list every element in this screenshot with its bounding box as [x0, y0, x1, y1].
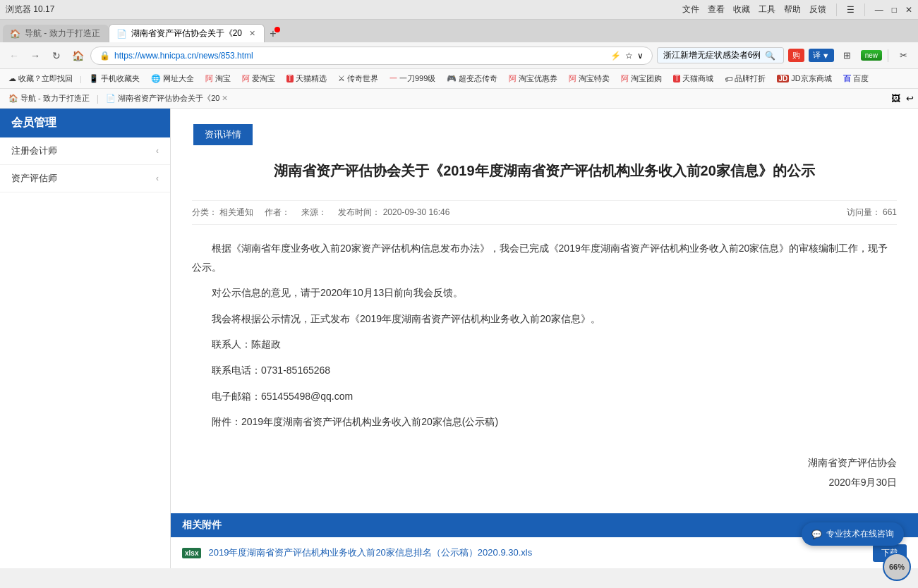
chevron-icon-accountant: ‹	[156, 146, 159, 156]
article-container: 湖南省资产评估协会关于《2019年度湖南省资产评估机构业务收入前20家信息》的公…	[171, 145, 918, 506]
bookmark-group[interactable]: 阿 淘宝团购	[617, 72, 666, 85]
bookmark-legend-label: 传奇世界	[347, 73, 378, 84]
article-tab-close[interactable]: ✕	[222, 94, 228, 103]
nav-article-tab[interactable]: 📄 湖南省资产评估协会关于《20 ✕	[102, 92, 232, 105]
tab-article-icon: 📄	[116, 29, 127, 39]
translate-icon: 译	[813, 50, 821, 61]
bookmark-baidu[interactable]: 百 百度	[839, 72, 873, 85]
chevron-icon-evaluator: ‹	[156, 173, 159, 183]
article-title: 湖南省资产评估协会关于《2019年度湖南省资产评估机构业务收入前20家信息》的公…	[192, 152, 897, 189]
sidebar-item-evaluator[interactable]: 资产评估师 ‹	[0, 165, 170, 192]
body-contact-email: 电子邮箱：651455498@qq.com	[212, 387, 897, 406]
menu-favorites[interactable]: 收藏	[733, 4, 750, 16]
new-feature-button[interactable]: new	[861, 50, 882, 61]
body-para-2: 对公示信息的意见，请于2020年10月13日前向我会反馈。	[192, 283, 897, 302]
bookmark-special[interactable]: 阿 淘宝特卖	[564, 72, 614, 85]
arrow-icon: ☁	[8, 74, 16, 83]
chat-label: 专业技术在线咨询	[826, 528, 894, 540]
shopping-button[interactable]: 购	[788, 49, 804, 62]
bookmark-nav[interactable]: 🌐 网址大全	[147, 72, 198, 85]
forward-button[interactable]: →	[27, 47, 44, 64]
jd-icon: JD	[777, 75, 789, 82]
translate-button[interactable]: 译 ▼	[809, 49, 834, 62]
refresh-button[interactable]: ↻	[48, 47, 65, 64]
menu-tools[interactable]: 工具	[759, 4, 775, 16]
bookmark-tianmao[interactable]: T 天猫精选	[282, 72, 331, 85]
menu-help[interactable]: 帮助	[784, 4, 801, 16]
xlsx-icon: xlsx	[182, 548, 201, 558]
brand-icon: 🏷	[725, 75, 732, 83]
bookmark-knife-label: 一刀999级	[399, 73, 435, 84]
knife-icon: 一	[389, 73, 397, 84]
tab-article-close[interactable]: ✕	[249, 29, 255, 38]
scissors-button[interactable]: ✂	[894, 48, 912, 63]
bookmark-tmall[interactable]: T 天猫商城	[669, 72, 718, 85]
sidebar-item-accountant-label: 注册会计师	[11, 145, 57, 157]
search-icon[interactable]: 🔍	[765, 51, 775, 61]
star-icon[interactable]: ☆	[625, 51, 633, 61]
bookmark-save-arrow[interactable]: ☁ 收藏？立即找回	[4, 72, 77, 85]
browser-menu: 文件 查看 收藏 工具 帮助 反馈 ☰ — □ ✕	[682, 4, 912, 16]
lightning-icon: ⚡	[610, 51, 621, 61]
nav-home-tab[interactable]: 🏠 导航 - 致力于打造正	[4, 92, 94, 105]
menu-feedback[interactable]: 反馈	[809, 4, 826, 16]
article-tab-icon: 📄	[106, 94, 116, 103]
tab-article[interactable]: 📄 湖南省资产评估协会关于《20 ✕	[109, 24, 265, 42]
bookmark-mobile[interactable]: 📱 手机收藏夹	[85, 72, 144, 85]
love-taobao-icon: 阿	[242, 73, 250, 84]
bookmark-save-label: 收藏？立即找回	[18, 73, 73, 84]
visit-count-value: 661	[883, 207, 897, 217]
window-close[interactable]: ✕	[905, 5, 912, 15]
bookmark-knife[interactable]: 一 一刀999级	[385, 72, 440, 85]
tab-home-icon: 🏠	[10, 29, 20, 39]
bookmark-legend[interactable]: ⚔ 传奇世界	[334, 72, 382, 85]
bookmarks-bar: ☁ 收藏？立即找回 | 📱 手机收藏夹 🌐 网址大全 阿 淘宝 阿 爱淘宝 T …	[0, 69, 918, 89]
bookmark-super[interactable]: 🎮 超变态传奇	[442, 72, 502, 85]
article-visit-count: 访问量： 661	[847, 207, 897, 219]
zoom-badge[interactable]: 66%	[883, 553, 911, 581]
address-right-icons: ⚡ ☆ ∨	[610, 51, 644, 61]
article-meta-left: 分类： 相关通知 作者： 来源： 发布时间： 2020-09-30 16:46	[192, 207, 449, 219]
tmall-icon: T	[673, 75, 680, 82]
tianmao-icon: T	[286, 75, 294, 82]
address-input[interactable]: 🔒 https://www.hnicpa.cn/news/853.html ⚡ …	[90, 47, 653, 65]
bookmark-coupon[interactable]: 阿 淘宝优惠券	[505, 72, 562, 85]
toolbar-icon-right1[interactable]: 🖼	[891, 93, 900, 104]
bookmark-love-taobao[interactable]: 阿 爱淘宝	[238, 72, 279, 85]
news-ticker: 浙江新增无症状感染者6例 🔍	[657, 47, 784, 63]
address-bar: ← → ↻ 🏠 🔒 https://www.hnicpa.cn/news/853…	[0, 42, 918, 69]
sidebar: 会员管理 注册会计师 ‹ 资产评估师 ‹	[0, 109, 171, 568]
separator: |	[80, 75, 82, 83]
chevron-down-icon[interactable]: ∨	[637, 51, 644, 61]
grid-button[interactable]: ⊞	[838, 48, 857, 63]
body-contact-phone: 联系电话：0731-85165268	[212, 361, 897, 380]
bookmark-taobao-label: 淘宝	[215, 73, 231, 84]
taobao-icon: 阿	[205, 73, 213, 84]
bookmark-jd[interactable]: JD JD京东商城	[773, 72, 835, 85]
sidebar-item-accountant[interactable]: 注册会计师 ‹	[0, 137, 170, 165]
body-contact-person: 联系人：陈超政	[212, 335, 897, 354]
back-button[interactable]: ←	[6, 47, 23, 64]
special-icon: 阿	[569, 73, 576, 84]
new-tab-button[interactable]: +	[265, 25, 282, 42]
home-button[interactable]: 🏠	[69, 47, 86, 64]
tab-home[interactable]: 🏠 导航 - 致力于打造正	[3, 25, 109, 42]
article-meta: 分类： 相关通知 作者： 来源： 发布时间： 2020-09-30 16:46	[192, 200, 897, 225]
menu-view[interactable]: 查看	[708, 4, 725, 16]
attachment-filename[interactable]: 2019年度湖南省资产评估机构业务收入前20家信息排名（公示稿）2020.9.3…	[208, 546, 532, 559]
bookmark-taobao[interactable]: 阿 淘宝	[201, 72, 235, 85]
bookmark-brand[interactable]: 🏷 品牌打折	[720, 72, 770, 85]
body-attachment-note: 附件：2019年度湖南省资产评估机构业务收入前20家信息(公示稿)	[212, 412, 897, 431]
window-maximize[interactable]: □	[892, 5, 897, 15]
content-area: 资讯详情 湖南省资产评估协会关于《2019年度湖南省资产评估机构业务收入前20家…	[171, 109, 918, 568]
menu-file[interactable]: 文件	[682, 4, 699, 16]
window-minimize[interactable]: —	[875, 5, 883, 15]
info-bar-wrapper: 资讯详情	[171, 109, 918, 145]
chat-widget[interactable]: 💬 专业技术在线咨询	[802, 522, 904, 546]
toolbar-icon-right2[interactable]: ↩	[906, 93, 914, 104]
article-info-bar: 资讯详情	[193, 124, 253, 145]
home-tab-label: 导航 - 致力于打造正	[20, 93, 90, 104]
bookmark-baidu-label: 百度	[853, 73, 869, 84]
attachment-label: 相关附件	[182, 519, 222, 530]
lock-icon: 🔒	[99, 51, 110, 61]
